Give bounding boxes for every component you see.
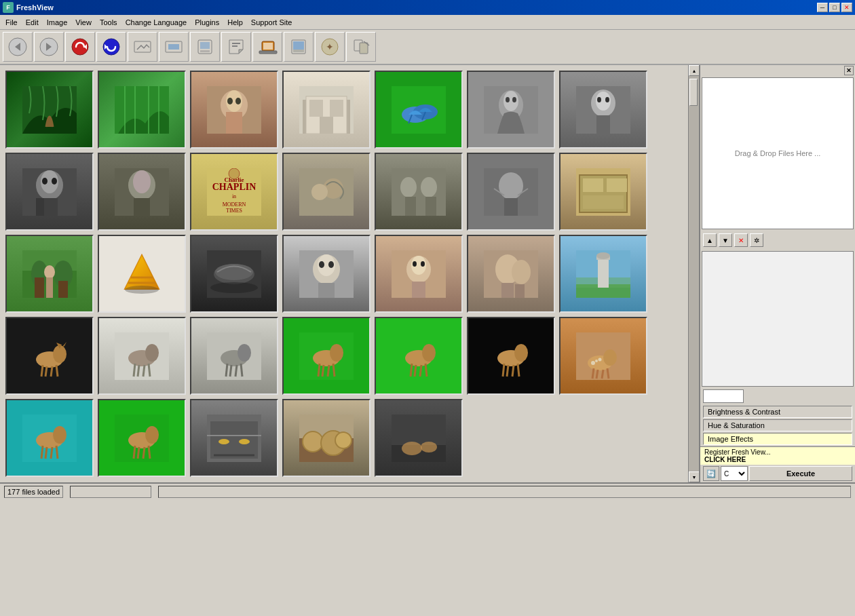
title-bar: F FreshView ─ □ ✕	[0, 0, 855, 15]
list-item[interactable]	[5, 153, 94, 231]
scroll-down-button[interactable]: ▼	[689, 471, 699, 482]
svg-point-174	[514, 344, 528, 362]
svg-point-160	[330, 344, 343, 362]
drop-zone[interactable]: Drag & Drop Files Here ...	[702, 77, 854, 229]
list-item[interactable]	[467, 71, 555, 149]
svg-rect-130	[515, 284, 525, 298]
list-item[interactable]	[375, 71, 463, 149]
svg-rect-67	[36, 198, 44, 216]
scroll-track[interactable]	[689, 76, 699, 471]
list-item[interactable]	[559, 317, 647, 395]
menu-help[interactable]: Help	[223, 17, 247, 28]
menu-plugins[interactable]: Plugins	[191, 17, 223, 28]
list-item[interactable]	[282, 399, 370, 477]
image-effects-button[interactable]: Image Effects	[703, 433, 852, 445]
toolbar-btn-10[interactable]	[284, 32, 314, 62]
svg-line-155	[230, 365, 231, 377]
close-button[interactable]: ✕	[841, 3, 852, 12]
list-item[interactable]	[467, 317, 555, 395]
toolbar-btn-5[interactable]	[128, 32, 157, 62]
list-item[interactable]	[467, 153, 555, 231]
list-item[interactable]	[5, 71, 94, 149]
up-button[interactable]: ▲	[703, 233, 717, 247]
svg-rect-125	[412, 282, 425, 298]
svg-line-194	[51, 447, 52, 459]
toolbar-btn-1[interactable]	[3, 32, 33, 62]
list-item[interactable]	[190, 317, 278, 395]
list-item[interactable]	[190, 399, 278, 477]
thumbnail-grid: Charlie CHAPLIN in MODERN TIMES	[3, 68, 685, 480]
svg-rect-17	[259, 51, 277, 54]
right-panel-close[interactable]: ✕	[844, 66, 854, 75]
list-item[interactable]	[98, 71, 186, 149]
list-item[interactable]	[5, 399, 94, 477]
svg-rect-101	[35, 277, 44, 298]
svg-line-140	[41, 365, 43, 377]
svg-rect-204	[210, 421, 258, 459]
toolbar-btn-3[interactable]	[65, 32, 95, 62]
svg-line-177	[512, 365, 514, 377]
toolbar-btn-9[interactable]	[252, 32, 282, 62]
list-item[interactable]	[559, 153, 647, 231]
svg-rect-13	[200, 50, 210, 52]
menu-image[interactable]: Image	[43, 17, 72, 28]
maximize-button[interactable]: □	[829, 3, 840, 12]
brightness-contrast-button[interactable]: Brightness & Contrast	[703, 406, 852, 418]
list-item[interactable]	[375, 153, 463, 231]
refresh-button[interactable]: 🔄	[703, 466, 719, 481]
list-item[interactable]	[98, 399, 186, 477]
list-item[interactable]	[98, 235, 186, 313]
hue-saturation-button[interactable]: Hue & Saturation	[703, 419, 852, 431]
toolbar-btn-7[interactable]	[190, 32, 220, 62]
scroll-up-button[interactable]: ▲	[689, 65, 699, 76]
list-item[interactable]	[98, 317, 186, 395]
list-item[interactable]	[467, 235, 555, 313]
svg-rect-119	[318, 283, 335, 298]
thumbnail-scroll[interactable]: Charlie CHAPLIN in MODERN TIMES	[0, 65, 688, 482]
toolbar-btn-2[interactable]	[34, 32, 64, 62]
list-item[interactable]	[375, 317, 463, 395]
menu-support[interactable]: Support Site	[247, 17, 297, 28]
svg-rect-205	[207, 435, 261, 436]
list-item[interactable]	[5, 235, 94, 313]
minimize-button[interactable]: ─	[817, 3, 828, 12]
list-item[interactable]	[98, 153, 186, 231]
svg-rect-89	[504, 198, 518, 216]
svg-line-169	[415, 365, 416, 377]
toolbar-btn-4[interactable]	[96, 32, 126, 62]
combo-select[interactable]: C B A	[721, 466, 748, 481]
list-item[interactable]	[375, 235, 463, 313]
svg-rect-21	[293, 50, 304, 52]
scroll-thumb[interactable]	[689, 79, 698, 106]
svg-line-162	[322, 365, 324, 377]
menu-language[interactable]: Change Language	[121, 17, 191, 28]
toolbar-btn-12[interactable]	[346, 32, 376, 62]
toolbar-btn-8[interactable]	[221, 32, 251, 62]
toolbar-btn-6[interactable]	[159, 32, 189, 62]
list-item[interactable]	[375, 399, 463, 477]
down-button[interactable]: ▼	[719, 233, 732, 247]
toolbar-btn-11[interactable]: ✦	[315, 32, 345, 62]
list-item[interactable]	[559, 71, 647, 149]
register-bar[interactable]: Register Fresh View... CLICK HERE	[700, 446, 855, 465]
list-item[interactable]	[282, 317, 370, 395]
menu-edit[interactable]: Edit	[22, 17, 43, 28]
list-item[interactable]	[190, 235, 278, 313]
list-item[interactable]: Charlie CHAPLIN in MODERN TIMES	[190, 153, 278, 231]
star-button[interactable]: ✲	[750, 233, 763, 247]
svg-rect-12	[200, 42, 210, 49]
list-item[interactable]	[559, 235, 647, 313]
execute-button[interactable]: Execute	[749, 466, 852, 481]
menu-file[interactable]: File	[1, 17, 22, 28]
list-item[interactable]	[5, 317, 94, 395]
list-item[interactable]	[282, 71, 370, 149]
list-item[interactable]	[190, 71, 278, 149]
list-item[interactable]	[282, 235, 370, 313]
delete-button[interactable]: ✕	[734, 233, 748, 247]
menu-tools[interactable]: Tools	[96, 17, 121, 28]
list-item[interactable]	[282, 153, 370, 231]
svg-line-202	[149, 446, 150, 459]
menu-view[interactable]: View	[71, 17, 96, 28]
svg-line-163	[328, 365, 329, 377]
value-input[interactable]	[703, 389, 744, 403]
